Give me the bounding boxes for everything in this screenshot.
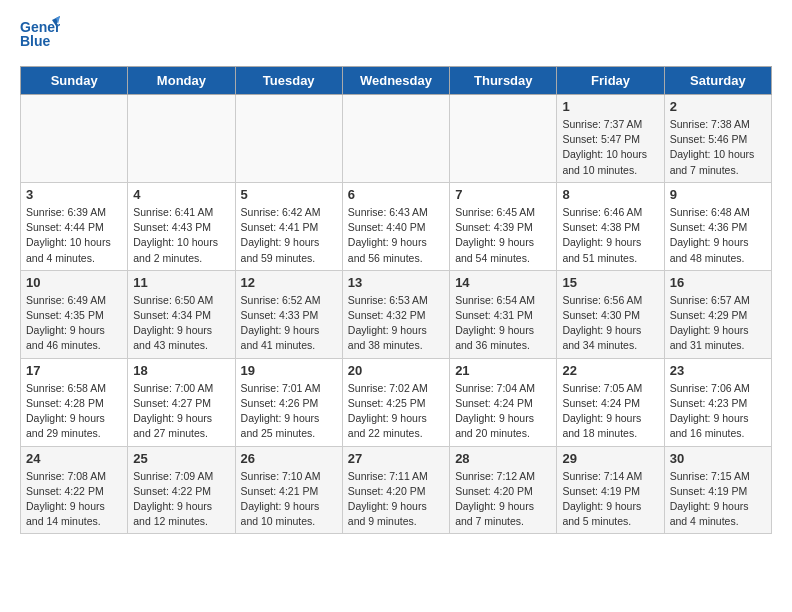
day-number: 3 [26, 187, 122, 202]
calendar-cell [21, 95, 128, 183]
calendar-cell: 20Sunrise: 7:02 AM Sunset: 4:25 PM Dayli… [342, 358, 449, 446]
day-number: 2 [670, 99, 766, 114]
calendar-week-2: 3Sunrise: 6:39 AM Sunset: 4:44 PM Daylig… [21, 182, 772, 270]
day-info: Sunrise: 7:38 AM Sunset: 5:46 PM Dayligh… [670, 117, 766, 178]
day-number: 10 [26, 275, 122, 290]
day-info: Sunrise: 7:01 AM Sunset: 4:26 PM Dayligh… [241, 381, 337, 442]
day-number: 9 [670, 187, 766, 202]
calendar-cell: 2Sunrise: 7:38 AM Sunset: 5:46 PM Daylig… [664, 95, 771, 183]
calendar-cell: 4Sunrise: 6:41 AM Sunset: 4:43 PM Daylig… [128, 182, 235, 270]
calendar-cell: 28Sunrise: 7:12 AM Sunset: 4:20 PM Dayli… [450, 446, 557, 534]
calendar-week-4: 17Sunrise: 6:58 AM Sunset: 4:28 PM Dayli… [21, 358, 772, 446]
day-number: 28 [455, 451, 551, 466]
calendar-cell: 16Sunrise: 6:57 AM Sunset: 4:29 PM Dayli… [664, 270, 771, 358]
logo: General Blue [20, 16, 60, 54]
day-info: Sunrise: 7:04 AM Sunset: 4:24 PM Dayligh… [455, 381, 551, 442]
day-number: 26 [241, 451, 337, 466]
day-number: 11 [133, 275, 229, 290]
col-header-tuesday: Tuesday [235, 67, 342, 95]
day-info: Sunrise: 6:54 AM Sunset: 4:31 PM Dayligh… [455, 293, 551, 354]
calendar-header-row: SundayMondayTuesdayWednesdayThursdayFrid… [21, 67, 772, 95]
day-number: 17 [26, 363, 122, 378]
calendar-cell: 24Sunrise: 7:08 AM Sunset: 4:22 PM Dayli… [21, 446, 128, 534]
day-number: 30 [670, 451, 766, 466]
calendar-cell: 19Sunrise: 7:01 AM Sunset: 4:26 PM Dayli… [235, 358, 342, 446]
calendar-cell: 11Sunrise: 6:50 AM Sunset: 4:34 PM Dayli… [128, 270, 235, 358]
day-number: 7 [455, 187, 551, 202]
day-number: 8 [562, 187, 658, 202]
calendar-week-1: 1Sunrise: 7:37 AM Sunset: 5:47 PM Daylig… [21, 95, 772, 183]
day-number: 18 [133, 363, 229, 378]
col-header-monday: Monday [128, 67, 235, 95]
page-header: General Blue [20, 16, 772, 54]
svg-text:Blue: Blue [20, 33, 51, 49]
calendar-cell: 23Sunrise: 7:06 AM Sunset: 4:23 PM Dayli… [664, 358, 771, 446]
day-number: 20 [348, 363, 444, 378]
day-info: Sunrise: 7:02 AM Sunset: 4:25 PM Dayligh… [348, 381, 444, 442]
calendar-cell: 6Sunrise: 6:43 AM Sunset: 4:40 PM Daylig… [342, 182, 449, 270]
calendar-cell: 10Sunrise: 6:49 AM Sunset: 4:35 PM Dayli… [21, 270, 128, 358]
day-number: 1 [562, 99, 658, 114]
calendar-cell: 21Sunrise: 7:04 AM Sunset: 4:24 PM Dayli… [450, 358, 557, 446]
calendar-cell: 12Sunrise: 6:52 AM Sunset: 4:33 PM Dayli… [235, 270, 342, 358]
day-info: Sunrise: 7:00 AM Sunset: 4:27 PM Dayligh… [133, 381, 229, 442]
day-info: Sunrise: 6:48 AM Sunset: 4:36 PM Dayligh… [670, 205, 766, 266]
day-info: Sunrise: 6:57 AM Sunset: 4:29 PM Dayligh… [670, 293, 766, 354]
day-info: Sunrise: 7:37 AM Sunset: 5:47 PM Dayligh… [562, 117, 658, 178]
day-info: Sunrise: 6:53 AM Sunset: 4:32 PM Dayligh… [348, 293, 444, 354]
calendar-week-3: 10Sunrise: 6:49 AM Sunset: 4:35 PM Dayli… [21, 270, 772, 358]
day-info: Sunrise: 7:09 AM Sunset: 4:22 PM Dayligh… [133, 469, 229, 530]
day-info: Sunrise: 6:42 AM Sunset: 4:41 PM Dayligh… [241, 205, 337, 266]
day-info: Sunrise: 6:43 AM Sunset: 4:40 PM Dayligh… [348, 205, 444, 266]
day-info: Sunrise: 6:52 AM Sunset: 4:33 PM Dayligh… [241, 293, 337, 354]
col-header-friday: Friday [557, 67, 664, 95]
day-number: 19 [241, 363, 337, 378]
day-info: Sunrise: 7:05 AM Sunset: 4:24 PM Dayligh… [562, 381, 658, 442]
day-number: 14 [455, 275, 551, 290]
day-number: 6 [348, 187, 444, 202]
calendar-cell: 26Sunrise: 7:10 AM Sunset: 4:21 PM Dayli… [235, 446, 342, 534]
col-header-sunday: Sunday [21, 67, 128, 95]
calendar-cell: 7Sunrise: 6:45 AM Sunset: 4:39 PM Daylig… [450, 182, 557, 270]
calendar-cell: 29Sunrise: 7:14 AM Sunset: 4:19 PM Dayli… [557, 446, 664, 534]
day-number: 5 [241, 187, 337, 202]
day-number: 16 [670, 275, 766, 290]
calendar-cell: 17Sunrise: 6:58 AM Sunset: 4:28 PM Dayli… [21, 358, 128, 446]
calendar-cell: 9Sunrise: 6:48 AM Sunset: 4:36 PM Daylig… [664, 182, 771, 270]
day-info: Sunrise: 6:49 AM Sunset: 4:35 PM Dayligh… [26, 293, 122, 354]
calendar-cell: 25Sunrise: 7:09 AM Sunset: 4:22 PM Dayli… [128, 446, 235, 534]
calendar-cell: 22Sunrise: 7:05 AM Sunset: 4:24 PM Dayli… [557, 358, 664, 446]
col-header-wednesday: Wednesday [342, 67, 449, 95]
day-info: Sunrise: 6:58 AM Sunset: 4:28 PM Dayligh… [26, 381, 122, 442]
day-number: 4 [133, 187, 229, 202]
day-info: Sunrise: 6:56 AM Sunset: 4:30 PM Dayligh… [562, 293, 658, 354]
day-number: 21 [455, 363, 551, 378]
day-info: Sunrise: 6:46 AM Sunset: 4:38 PM Dayligh… [562, 205, 658, 266]
day-info: Sunrise: 6:41 AM Sunset: 4:43 PM Dayligh… [133, 205, 229, 266]
calendar-cell: 15Sunrise: 6:56 AM Sunset: 4:30 PM Dayli… [557, 270, 664, 358]
day-number: 25 [133, 451, 229, 466]
day-info: Sunrise: 7:06 AM Sunset: 4:23 PM Dayligh… [670, 381, 766, 442]
calendar-cell: 27Sunrise: 7:11 AM Sunset: 4:20 PM Dayli… [342, 446, 449, 534]
calendar-table: SundayMondayTuesdayWednesdayThursdayFrid… [20, 66, 772, 534]
calendar-week-5: 24Sunrise: 7:08 AM Sunset: 4:22 PM Dayli… [21, 446, 772, 534]
day-number: 29 [562, 451, 658, 466]
calendar-cell: 14Sunrise: 6:54 AM Sunset: 4:31 PM Dayli… [450, 270, 557, 358]
col-header-thursday: Thursday [450, 67, 557, 95]
calendar-cell: 1Sunrise: 7:37 AM Sunset: 5:47 PM Daylig… [557, 95, 664, 183]
calendar-cell: 5Sunrise: 6:42 AM Sunset: 4:41 PM Daylig… [235, 182, 342, 270]
calendar-cell: 3Sunrise: 6:39 AM Sunset: 4:44 PM Daylig… [21, 182, 128, 270]
day-number: 12 [241, 275, 337, 290]
day-info: Sunrise: 7:10 AM Sunset: 4:21 PM Dayligh… [241, 469, 337, 530]
calendar-cell [450, 95, 557, 183]
day-info: Sunrise: 7:08 AM Sunset: 4:22 PM Dayligh… [26, 469, 122, 530]
calendar-cell: 18Sunrise: 7:00 AM Sunset: 4:27 PM Dayli… [128, 358, 235, 446]
day-number: 23 [670, 363, 766, 378]
day-number: 27 [348, 451, 444, 466]
day-info: Sunrise: 7:15 AM Sunset: 4:19 PM Dayligh… [670, 469, 766, 530]
calendar-cell: 30Sunrise: 7:15 AM Sunset: 4:19 PM Dayli… [664, 446, 771, 534]
day-info: Sunrise: 6:39 AM Sunset: 4:44 PM Dayligh… [26, 205, 122, 266]
day-info: Sunrise: 6:50 AM Sunset: 4:34 PM Dayligh… [133, 293, 229, 354]
day-number: 22 [562, 363, 658, 378]
day-info: Sunrise: 7:12 AM Sunset: 4:20 PM Dayligh… [455, 469, 551, 530]
